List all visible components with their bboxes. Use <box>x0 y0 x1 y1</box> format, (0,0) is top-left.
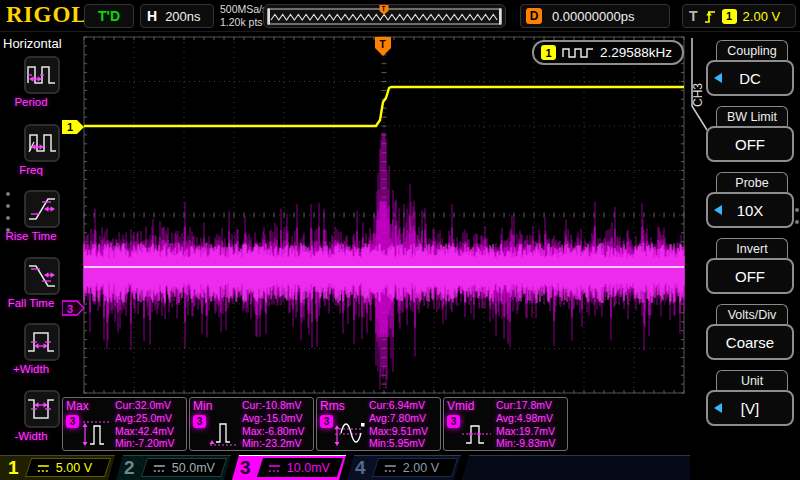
channel-1-number: 1 <box>8 457 19 479</box>
invert-setting: OFF <box>735 268 765 285</box>
avg-row: Avg:7.80mV <box>369 412 428 425</box>
coupling-setting: DC <box>739 70 761 87</box>
measure-sidebar: Horizontal Period Freq Rise Time Fall Ti… <box>0 32 62 455</box>
cyan-arrow-icon <box>714 403 722 413</box>
measurement-box-max[interactable]: Max 3 Cur:32.0mV Avg:25.0mV Max:42.4mV M… <box>62 397 187 451</box>
vmid-icon <box>459 415 495 450</box>
svg-text:3: 3 <box>67 303 73 315</box>
rigol-logo: RIGOL <box>6 2 88 28</box>
rms-icon <box>332 415 368 450</box>
delay-box[interactable]: D 0.00000000ps <box>520 4 670 28</box>
menu-item-bw-limit[interactable]: BW Limit OFF <box>706 106 796 162</box>
invert-label: Invert <box>716 238 788 258</box>
waveform-display: 13T <box>62 32 690 455</box>
counter-value: 2.29588kHz <box>600 45 672 60</box>
square-wave-icon <box>562 46 594 59</box>
measurement-values: Cur:-10.8mV Avg:-15.0mV Max:-6.80mV Min:… <box>242 399 304 450</box>
channel-2-scale: 50.0mV <box>172 461 215 475</box>
measure-item-fall-time[interactable]: Fall Time <box>0 257 62 323</box>
svg-text:1: 1 <box>67 121 73 133</box>
measure-menu-title: Horizontal <box>3 36 62 51</box>
probe-value[interactable]: 10X <box>706 192 794 228</box>
measurement-name: Min <box>193 399 212 413</box>
preview-zigzag <box>271 15 497 21</box>
cur-row: Cur:6.94mV <box>369 399 428 412</box>
trigger-status-badge: T'D <box>84 4 134 28</box>
trigger-status-text: T'D <box>98 8 120 24</box>
pwidth-icon <box>27 327 57 357</box>
pwidth-label: +Width <box>0 363 62 375</box>
measure-item-pwidth[interactable]: +Width <box>0 323 62 389</box>
menu-item-probe[interactable]: Probe 10X <box>706 172 796 228</box>
trigger-box[interactable]: T 1 2.00 V <box>682 4 796 28</box>
unit-value[interactable]: [V] <box>706 390 794 426</box>
measure-item-freq[interactable]: Freq <box>0 124 62 190</box>
measurement-values: Cur:6.94mV Avg:7.80mV Max:9.51mV Min:5.9… <box>369 399 428 450</box>
measurement-box-min[interactable]: Min 3 Cur:-10.8mV Avg:-15.0mV Max:-6.80m… <box>189 397 314 451</box>
menu-item-volts-div[interactable]: Volts/Div Coarse <box>706 304 796 360</box>
nwidth-button[interactable] <box>24 390 60 428</box>
rise-time-button[interactable] <box>24 190 60 228</box>
timebase-value: 200ns <box>165 9 200 24</box>
channel-status-bar: 1 5.00 V 2 50.0mV 3 10.0m <box>0 455 800 480</box>
delay-value: 0.00000000ps <box>552 9 634 24</box>
frequency-counter: 1 2.29588kHz <box>532 40 684 65</box>
channel-bar-filler <box>462 455 701 480</box>
measure-item-nwidth[interactable]: -Width <box>0 390 62 456</box>
fall-time-button[interactable] <box>24 257 60 295</box>
measurement-readouts: Max 3 Cur:32.0mV Avg:25.0mV Max:42.4mV M… <box>62 397 568 451</box>
ch1-marker[interactable]: 1 <box>62 120 84 134</box>
bw-limit-value[interactable]: OFF <box>706 126 794 162</box>
measure-item-period[interactable]: Period <box>0 56 62 122</box>
avg-row: Avg:-15.0mV <box>242 412 304 425</box>
coupling-label: Coupling <box>716 40 788 60</box>
menu-item-unit[interactable]: Unit [V] <box>706 370 796 426</box>
period-icon <box>27 60 57 90</box>
trigger-position-marker[interactable]: T <box>375 37 391 56</box>
cyan-arrow-icon <box>714 205 722 215</box>
avg-row: Avg:4.98mV <box>496 412 556 425</box>
avg-row: Avg:25.0mV <box>115 412 175 425</box>
min-row: Min:-9.83mV <box>496 437 556 450</box>
measure-item-rise-time[interactable]: Rise Time <box>0 190 62 256</box>
channel-3-scale: 10.0mV <box>287 461 330 475</box>
measurement-box-vmid[interactable]: Vmid 3 Cur:17.8mV Avg:4.98mV Max:19.7mV … <box>443 397 568 451</box>
timebase-box[interactable]: H 200ns <box>140 4 214 28</box>
measurement-name: Max <box>66 399 89 413</box>
preview-waveform: T <box>264 5 505 27</box>
menu-item-invert[interactable]: Invert OFF <box>706 238 796 294</box>
bw-limit-label: BW Limit <box>716 106 788 126</box>
cur-row: Cur:32.0mV <box>115 399 175 412</box>
period-button[interactable] <box>24 56 60 94</box>
counter-channel-badge: 1 <box>541 45 556 60</box>
menu-item-coupling[interactable]: Coupling DC <box>706 40 796 96</box>
measurement-name: Vmid <box>447 399 474 413</box>
waveform-preview-strip: T <box>263 4 506 28</box>
channel-4-number: 4 <box>355 457 366 479</box>
trigger-label: T <box>689 8 698 24</box>
max-row: Max:-6.80mV <box>242 425 304 438</box>
dc-coupling-icon <box>37 462 50 473</box>
vmax-icon <box>78 415 114 450</box>
preview-trigger-marker: T <box>380 5 389 15</box>
freq-button[interactable] <box>24 124 60 162</box>
scroll-dot <box>6 204 10 208</box>
channel-2-block[interactable]: 2 50.0mV <box>116 455 231 480</box>
channel-2-number: 2 <box>124 457 135 479</box>
dc-coupling-icon <box>153 462 166 473</box>
scroll-dot <box>6 216 10 220</box>
invert-value[interactable]: OFF <box>706 258 794 294</box>
channel-3-block[interactable]: 3 10.0mV <box>232 455 346 480</box>
sample-rate: 500MSa/s <box>220 3 267 16</box>
scroll-dot <box>6 192 10 196</box>
coupling-value[interactable]: DC <box>706 60 794 96</box>
channel-4-block[interactable]: 4 2.00 V <box>347 455 461 480</box>
tab-ch3[interactable]: CH3 <box>690 58 706 132</box>
volts-div-value[interactable]: Coarse <box>706 324 794 360</box>
pwidth-button[interactable] <box>24 323 60 361</box>
delay-label: D <box>526 8 542 24</box>
channel-1-block[interactable]: 1 5.00 V <box>0 455 115 480</box>
max-row: Max:19.7mV <box>496 425 556 438</box>
measurement-box-rms[interactable]: Rms 3 Cur:6.94mV Avg:7.80mV Max:9.51mV M… <box>316 397 441 451</box>
ch3-marker[interactable]: 3 <box>62 301 84 315</box>
